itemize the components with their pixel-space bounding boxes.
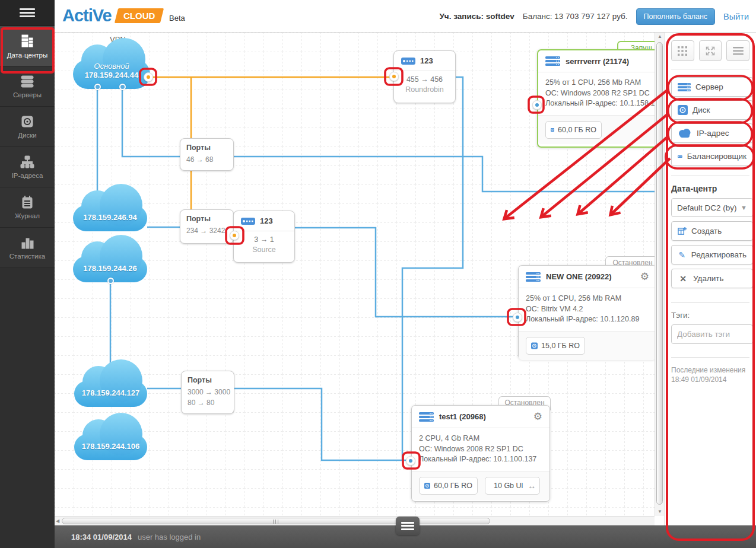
new-one-connector[interactable] bbox=[513, 313, 522, 322]
disk-label: 60,0 ГБ RO bbox=[558, 126, 596, 134]
cloud-name: Основной bbox=[73, 62, 150, 71]
port-rule: 3000 → 3000 bbox=[188, 388, 228, 396]
test1-connector[interactable] bbox=[406, 456, 415, 466]
serrrverrr-connector[interactable] bbox=[532, 100, 542, 110]
balancer-icon bbox=[241, 218, 255, 225]
balancer-algorithm: Source bbox=[236, 246, 292, 254]
disk-icon bbox=[551, 125, 554, 135]
grid-view-button[interactable] bbox=[671, 40, 694, 61]
datacenter-icon bbox=[20, 33, 35, 49]
create-button[interactable]: Создать bbox=[671, 221, 753, 241]
vpn-cloud-connector[interactable] bbox=[144, 72, 153, 82]
server-icon bbox=[419, 412, 434, 422]
vertical-scroll-thumb[interactable] bbox=[656, 42, 663, 505]
delete-button[interactable]: ✕ Удалить bbox=[671, 269, 753, 288]
sidebar-item-ip-addresses[interactable]: IP-адреса bbox=[0, 147, 55, 187]
scroll-left-arrow[interactable]: ◀ bbox=[56, 517, 59, 526]
disk-chip[interactable]: 60,0 ГБ RO bbox=[545, 121, 602, 139]
statusbar-toggle-tab[interactable] bbox=[396, 517, 420, 535]
cloud-ip: 178.159.244.44 bbox=[73, 71, 150, 79]
balancer-algorithm: Roundrobin bbox=[396, 85, 453, 94]
sidebar-item-journal[interactable]: Журнал bbox=[0, 187, 55, 228]
topup-balance-button[interactable]: Пополнить баланс bbox=[636, 8, 716, 25]
port-rule: 234 → 3242 bbox=[186, 227, 227, 235]
panel-divider bbox=[671, 69, 749, 69]
horizontal-scroll-thumb[interactable] bbox=[62, 518, 490, 524]
disk-chip[interactable]: 60,0 ГБ RO bbox=[419, 477, 478, 495]
cloud-ip: 178.159.244.127 bbox=[74, 388, 147, 397]
server-name: test1 (20968) bbox=[439, 412, 528, 421]
datacenter-heading: Дата-центр bbox=[671, 184, 756, 193]
server-local-ip: Локальный IP-адрес: 10.1.120.89 bbox=[526, 314, 649, 325]
ports-box-2[interactable]: Порты 234 → 3242 bbox=[180, 209, 234, 244]
ports-box-3[interactable]: Порты 3000 → 3000 80 → 80 bbox=[181, 371, 234, 414]
cloud-244-26-port[interactable] bbox=[107, 278, 114, 284]
status-message: user has logged in bbox=[138, 533, 201, 541]
edit-button[interactable]: ✎ Редактировать bbox=[671, 245, 753, 265]
server-card-test1[interactable]: test1 (20968) ⚙ 2 CPU, 4 Gb RAM ОС: Wind… bbox=[411, 405, 550, 502]
server-card-new-one[interactable]: NEW ONE (20922) ⚙ 25% от 1 CPU, 256 Mb R… bbox=[518, 265, 655, 359]
last-changes-label: Последние изменения bbox=[671, 365, 756, 375]
sidebar-item-label: Серверы bbox=[13, 91, 42, 98]
expand-icon bbox=[705, 46, 716, 56]
scroll-down-arrow[interactable]: ▼ bbox=[655, 508, 665, 516]
sidebar-menu-button[interactable] bbox=[0, 0, 55, 26]
add-balancer-button[interactable]: Балансировщик bbox=[671, 146, 753, 166]
add-disk-button[interactable]: Диск bbox=[671, 100, 753, 120]
disk-chip[interactable]: 10 Gb Ul ↔ bbox=[485, 477, 540, 495]
servers-icon bbox=[20, 74, 35, 88]
datacenter-canvas[interactable]: VPN Основной 178.159.244.44 178.159.246.… bbox=[55, 33, 655, 516]
server-cpu-ram: 25% от 1 CPU, 256 Mb RAM bbox=[545, 78, 655, 88]
vpn-cloud-port-left[interactable] bbox=[94, 84, 101, 90]
sidebar-item-statistics[interactable]: Статистика bbox=[0, 228, 55, 268]
disk-icon bbox=[531, 341, 538, 351]
vpn-cloud-port-right[interactable] bbox=[119, 84, 126, 90]
vertical-scrollbar[interactable]: ▲ ▼ bbox=[655, 33, 664, 516]
bar-chart-icon bbox=[20, 235, 34, 250]
server-card-serrrverrr[interactable]: serrrverrr (21174) 25% от 1 CPU, 256 Mb … bbox=[537, 49, 655, 148]
gear-icon[interactable]: ⚙ bbox=[533, 412, 542, 422]
server-icon bbox=[526, 272, 541, 282]
cloud-ip-1[interactable]: 178.159.246.94 bbox=[73, 205, 147, 231]
fullscreen-button[interactable] bbox=[699, 40, 722, 61]
balancer-roundrobin-connector[interactable] bbox=[389, 72, 399, 81]
server-name: serrrverrr (21174) bbox=[566, 57, 655, 66]
balancer-icon bbox=[401, 58, 415, 65]
cloud-ip: 178.159.246.94 bbox=[73, 213, 147, 222]
balancer-name: 123 bbox=[420, 56, 433, 65]
balancer-source-connector[interactable] bbox=[230, 231, 239, 240]
pencil-icon: ✎ bbox=[678, 250, 687, 260]
add-server-label: Сервер bbox=[695, 82, 723, 91]
sidebar-item-datacenters[interactable]: Дата-центры bbox=[0, 26, 55, 66]
add-server-button[interactable]: Сервер bbox=[671, 77, 753, 97]
logo: ActiVe CLOUD Beta bbox=[62, 6, 185, 26]
ports-title: Порты bbox=[186, 215, 227, 223]
ports-box-1[interactable]: Порты 46 → 68 bbox=[180, 138, 234, 171]
balance-label: Баланс: 13 703 797 127 руб. bbox=[523, 12, 628, 21]
datacenter-select[interactable]: Default DC2 (by) ▼ bbox=[671, 198, 753, 217]
horizontal-scrollbar[interactable]: ◀ bbox=[55, 516, 655, 525]
disk-label: 15,0 ГБ RO bbox=[541, 342, 580, 350]
sidebar-item-servers[interactable]: Серверы bbox=[0, 66, 55, 107]
disk-icon bbox=[678, 105, 688, 115]
ports-title: Порты bbox=[188, 376, 228, 384]
cloud-ip-4[interactable]: 178.159.244.106 bbox=[74, 434, 147, 460]
scroll-up-arrow[interactable]: ▲ bbox=[655, 33, 665, 41]
cloud-ip-3[interactable]: 178.159.244.127 bbox=[74, 381, 147, 407]
list-view-button[interactable] bbox=[726, 40, 749, 61]
journal-icon bbox=[20, 195, 34, 209]
balancer-source[interactable]: 123 3 → 1 Source bbox=[233, 211, 295, 263]
logout-link[interactable]: Выйти bbox=[723, 12, 749, 21]
add-balancer-label: Балансировщик bbox=[687, 152, 747, 161]
gear-icon[interactable]: ⚙ bbox=[640, 272, 649, 282]
add-ip-button[interactable]: IP-адрес bbox=[671, 123, 753, 143]
panel-divider bbox=[671, 302, 749, 303]
chevron-down-icon: ▼ bbox=[741, 204, 747, 211]
balancer-roundrobin[interactable]: 123 455 → 456 Roundrobin bbox=[393, 50, 456, 103]
cloud-vpn-main[interactable]: Основной 178.159.244.44 bbox=[73, 59, 150, 89]
port-rule: 80 → 80 bbox=[188, 399, 228, 407]
tags-input[interactable] bbox=[671, 324, 753, 344]
sidebar-item-disks[interactable]: Диски bbox=[0, 107, 55, 147]
disk-chip[interactable]: 15,0 ГБ RO bbox=[526, 337, 585, 355]
disk-label: 60,0 ГБ RO bbox=[434, 482, 472, 490]
